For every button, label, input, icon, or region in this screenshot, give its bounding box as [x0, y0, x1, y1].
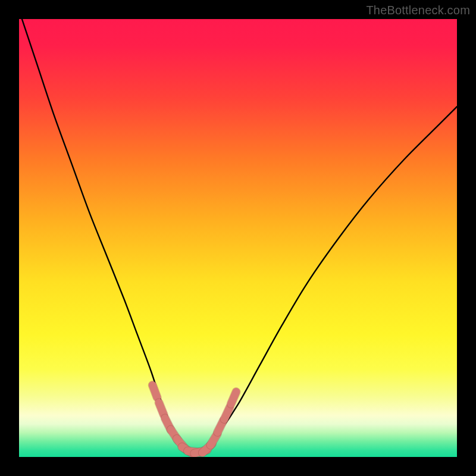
marker-group — [152, 385, 236, 453]
curve-marker — [224, 407, 230, 419]
plot-area — [19, 19, 457, 457]
curve-marker — [152, 385, 157, 397]
curve-marker — [231, 392, 236, 404]
outer-frame: TheBottleneck.com — [0, 0, 476, 476]
watermark-text: TheBottleneck.com — [366, 4, 470, 17]
curve-marker — [159, 403, 164, 415]
chart-layer — [19, 19, 457, 457]
bottleneck-curve — [19, 19, 457, 452]
